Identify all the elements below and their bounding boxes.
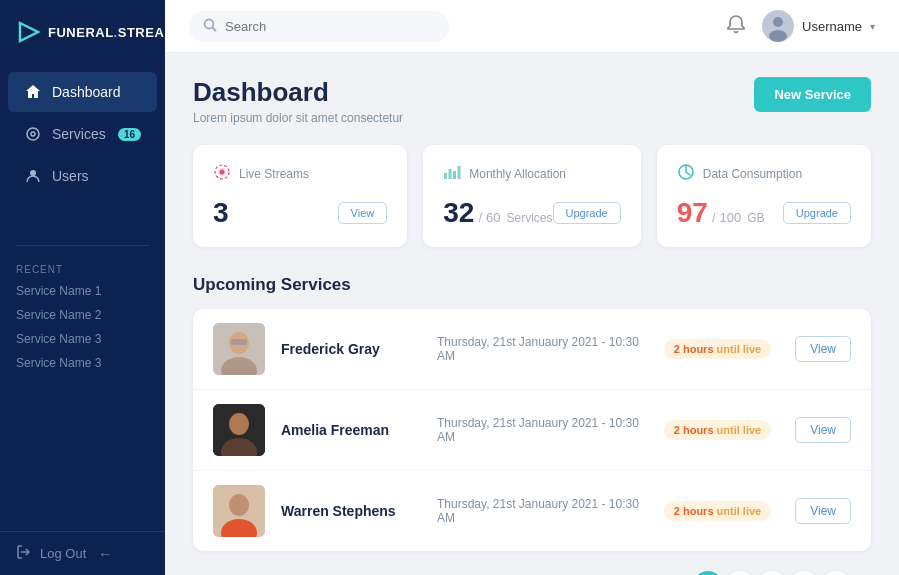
chevron-down-icon: ▾ [870,21,875,32]
view-button-1[interactable]: View [795,336,851,362]
page-button-4[interactable]: 4 [790,571,818,575]
recent-label: RECENT [0,256,165,279]
nav-users-label: Users [52,168,89,184]
svg-point-22 [229,413,249,435]
svg-point-10 [220,170,225,175]
sidebar-divider [16,245,149,246]
search-wrap [189,11,449,42]
live-streams-label: Live Streams [239,167,309,181]
pagination-row: Showing 1 to 3 of 15 results ‹ 1 2 3 4 5… [193,565,871,575]
avatar-amelia [213,404,265,456]
data-consumption-slash: / [712,210,716,225]
new-service-button[interactable]: New Service [754,77,871,112]
page-button-3[interactable]: 3 [758,571,786,575]
page-button-5[interactable]: 5 [822,571,850,575]
topbar: Username ▾ [165,0,899,53]
recent-item-1[interactable]: Service Name 1 [0,279,165,303]
sidebar-nav: Dashboard Services 16 Users [0,62,165,235]
services-badge: 16 [118,128,141,141]
logout-arrow-icon: ← [98,546,112,562]
live-badge-2: 2 hours until live [664,420,771,440]
live-badge-1: 2 hours until live [664,339,771,359]
svg-marker-0 [20,23,38,41]
svg-rect-14 [453,171,456,179]
page-subtitle: Lorem ipsum dolor sit amet consectetur [193,111,403,125]
svg-point-3 [30,170,36,176]
page-header: Dashboard Lorem ipsum dolor sit amet con… [193,77,871,125]
data-consumption-label: Data Consumption [703,167,802,181]
monthly-allocation-icon [443,163,461,185]
svg-rect-15 [458,166,461,179]
monthly-allocation-unit: Services [507,211,553,225]
table-row: Frederick Gray Thursday, 21st Januaury 2… [193,309,871,390]
live-badge-3: 2 hours until live [664,501,771,521]
stat-card-data-consumption: Data Consumption 97 / 100 GB Upgrade [657,145,871,247]
logo-text: FUNERAL.STREAM [48,25,176,40]
services-icon [24,125,42,143]
svg-rect-12 [444,173,447,179]
stats-row: Live Streams 3 View [193,145,871,247]
live-streams-view-button[interactable]: View [338,202,388,224]
upcoming-services-title: Upcoming Services [193,275,871,295]
view-button-2[interactable]: View [795,417,851,443]
user-menu[interactable]: Username ▾ [762,10,875,42]
notification-bell-icon[interactable] [726,14,746,39]
page-button-2[interactable]: 2 [726,571,754,575]
services-table: Frederick Gray Thursday, 21st Januaury 2… [193,309,871,551]
monthly-allocation-denom-val: 60 [486,210,500,225]
data-consumption-upgrade-button[interactable]: Upgrade [783,202,851,224]
table-row: Warren Stephens Thursday, 21st Januaury … [193,471,871,551]
service-date-1: Thursday, 21st Januaury 2021 - 10:30 AM [437,335,648,363]
live-streams-icon [213,163,231,185]
sidebar-item-services[interactable]: Services 16 [8,114,157,154]
data-consumption-unit: GB [747,211,764,225]
service-name-2: Amelia Freeman [281,422,421,438]
monthly-allocation-value: 32 [443,197,474,229]
logo-icon [16,18,42,46]
svg-point-25 [229,494,249,516]
monthly-allocation-label: Monthly Allocation [469,167,566,181]
logout-icon [16,544,32,563]
page-title: Dashboard [193,77,403,108]
stat-card-live-streams: Live Streams 3 View [193,145,407,247]
monthly-allocation-upgrade-button[interactable]: Upgrade [553,202,621,224]
service-name-3: Warren Stephens [281,503,421,519]
svg-point-2 [31,132,35,136]
pagination-controls: ‹ 1 2 3 4 5 › [678,571,867,575]
svg-rect-20 [231,339,247,345]
avatar-frederick [213,323,265,375]
logo: FUNERAL.STREAM [0,0,165,62]
nav-dashboard-label: Dashboard [52,84,121,100]
recent-item-2[interactable]: Service Name 2 [0,303,165,327]
search-input[interactable] [225,19,435,34]
data-consumption-icon [677,163,695,185]
logout-label: Log Out [40,546,86,561]
monthly-allocation-denominator: / [478,210,482,225]
recent-list: Service Name 1 Service Name 2 Service Na… [0,279,165,375]
svg-rect-13 [449,169,452,179]
data-consumption-denom: 100 [720,210,742,225]
search-icon [203,18,217,35]
page-button-1[interactable]: 1 [694,571,722,575]
recent-item-3[interactable]: Service Name 3 [0,327,165,351]
avatar [762,10,794,42]
topbar-right: Username ▾ [726,10,875,42]
sidebar-item-users[interactable]: Users [8,156,157,196]
logout-button[interactable]: Log Out ← [0,531,165,575]
recent-item-4[interactable]: Service Name 3 [0,351,165,375]
sidebar: FUNERAL.STREAM Dashboard Services 16 [0,0,165,575]
svg-point-7 [773,17,783,27]
nav-services-label: Services [52,126,106,142]
service-date-3: Thursday, 21st Januaury 2021 - 10:30 AM [437,497,648,525]
page-header-left: Dashboard Lorem ipsum dolor sit amet con… [193,77,403,125]
service-name-1: Frederick Gray [281,341,421,357]
username-label: Username [802,19,862,34]
page-content: Dashboard Lorem ipsum dolor sit amet con… [165,53,899,575]
view-button-3[interactable]: View [795,498,851,524]
data-consumption-value: 97 [677,197,708,229]
stat-card-monthly-allocation: Monthly Allocation 32 / 60 Services Upgr… [423,145,640,247]
sidebar-item-dashboard[interactable]: Dashboard [8,72,157,112]
svg-line-6 [213,27,217,31]
main-content: Username ▾ Dashboard Lorem ipsum dolor s… [165,0,899,575]
svg-point-5 [205,19,214,28]
